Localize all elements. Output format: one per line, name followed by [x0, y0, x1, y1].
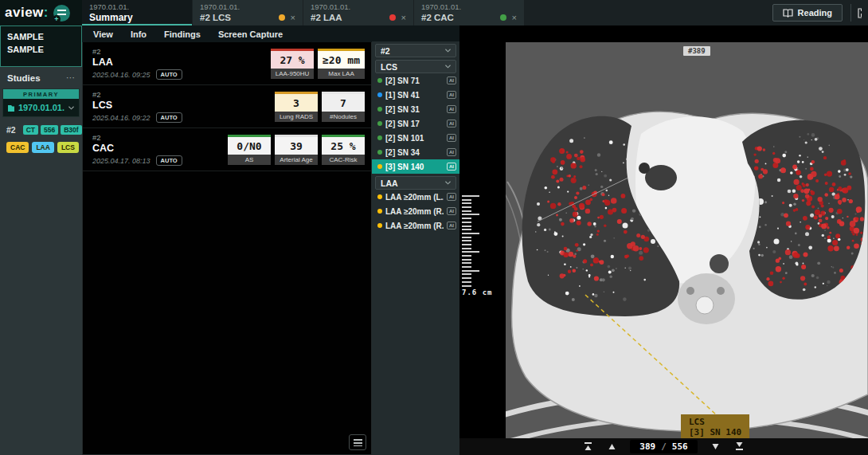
- aview-application: aview: 1970.01.01. Summary 1970.01.01. #…: [0, 0, 868, 455]
- patient-tab[interactable]: 1970.01.01. #2 CAC ×: [414, 0, 524, 25]
- summary-cards: #2 LAA 2025.04.16. 09:25 AUTO 27 % LAA-9…: [83, 42, 371, 171]
- finding-list-item[interactable]: [2] SN 101 AI: [372, 131, 459, 145]
- finding-list-item[interactable]: [1] SN 41 AI: [372, 88, 459, 102]
- finding-list-item[interactable]: [2] SN 17 AI: [372, 116, 459, 131]
- ai-badge: AI: [447, 163, 456, 171]
- tag-laa[interactable]: LAA: [32, 142, 53, 153]
- tab-status-dot: [389, 14, 396, 21]
- finding-status-dot: [377, 78, 382, 83]
- main-area: SAMPLE SAMPLE Studies ⋯ PRIMARY 1970.01.…: [0, 25, 868, 455]
- finding-status-dot: [377, 194, 382, 199]
- metric-value: 27 %: [271, 49, 314, 69]
- metric-label: CAC-Risk: [322, 155, 365, 165]
- next-slice-button[interactable]: [710, 441, 721, 453]
- card-series-id: #2: [92, 47, 271, 57]
- finding-label: [2] SN 71: [385, 76, 444, 85]
- finding-list-item[interactable]: [3] SN 140 AI: [372, 159, 459, 174]
- annotation-id: [3] SN 140: [689, 427, 741, 437]
- tag-lcs[interactable]: LCS: [57, 142, 79, 153]
- auto-badge: AUTO: [156, 112, 182, 123]
- finding-label: [1] SN 41: [385, 91, 444, 100]
- metric-value: 39: [275, 135, 318, 155]
- series-modality-tag: CT: [23, 125, 38, 135]
- finding-label: LAA ≥20mm (L...: [385, 193, 444, 202]
- chevron-down-icon: [445, 48, 451, 53]
- summary-card[interactable]: #2 CAC 2025.04.17. 08:13 AUTO 0/N0 AS 39…: [83, 128, 371, 171]
- tab-date: 1970.01.01.: [89, 2, 185, 12]
- tab-label: #2 LCS: [200, 12, 279, 23]
- finding-label: [2] SN 17: [385, 120, 444, 128]
- scale-ruler: [462, 195, 486, 288]
- studies-header: Studies ⋯: [0, 67, 82, 87]
- finding-status-dot: [377, 121, 382, 126]
- finding-list-item[interactable]: [2] SN 31 AI: [372, 102, 459, 116]
- patient-tab[interactable]: 1970.01.01. #2 LAA ×: [303, 0, 413, 25]
- app-logo-text: aview:: [5, 5, 49, 21]
- finding-status-dot: [377, 223, 382, 228]
- patient-id: SAMPLE: [7, 43, 75, 56]
- menu-view[interactable]: View: [93, 29, 113, 39]
- finding-label: [3] SN 140: [385, 163, 444, 171]
- finding-status-dot: [377, 92, 382, 97]
- card-analysis-name: LCS: [92, 100, 275, 111]
- finding-list-item[interactable]: LAA ≥20mm (R... AI: [372, 204, 459, 218]
- metric-tile: 7 #Nodules: [322, 92, 365, 122]
- summary-panel: #2 LAA 2025.04.16. 09:25 AUTO 27 % LAA-9…: [82, 42, 372, 455]
- study-date-row[interactable]: 1970.01.01.: [3, 99, 79, 116]
- summary-menubar: View Info Findings Screen Capture: [82, 25, 372, 42]
- menu-findings[interactable]: Findings: [164, 29, 201, 39]
- metric-label: AS: [228, 155, 271, 165]
- book-icon: [783, 9, 793, 18]
- folder-icon: [8, 104, 14, 112]
- previous-slice-button[interactable]: [606, 441, 617, 453]
- series-kernel-tag: B30f: [61, 125, 81, 135]
- metric-value: ≥20 mm: [318, 49, 365, 69]
- patient-tab[interactable]: 1970.01.01. Summary: [82, 0, 192, 25]
- metric-label: Arterial Age: [275, 155, 318, 165]
- finding-list-item[interactable]: LAA ≥20mm (R... AI: [372, 218, 459, 233]
- ai-badge: AI: [447, 76, 456, 84]
- series-select[interactable]: #2: [375, 44, 456, 57]
- series-row[interactable]: #2 CT 556 B30f: [0, 117, 82, 137]
- card-analysis-name: CAC: [92, 143, 228, 154]
- slice-navigation-bar: 389 / 556: [459, 438, 868, 455]
- reading-button[interactable]: Reading: [772, 4, 843, 22]
- top-bar-actions: Reading: [772, 0, 868, 25]
- finding-list-item[interactable]: [2] SN 71 AI: [372, 73, 459, 88]
- current-slice: 389: [639, 441, 655, 452]
- metric-tile: 0/N0 AS: [228, 135, 271, 165]
- menu-screen-capture[interactable]: Screen Capture: [218, 29, 283, 39]
- first-slice-button[interactable]: [582, 441, 593, 453]
- summary-list-button[interactable]: [349, 434, 366, 450]
- save-icon: [858, 8, 862, 18]
- ai-badge: AI: [447, 193, 456, 201]
- summary-card[interactable]: #2 LAA 2025.04.16. 09:25 AUTO 27 % LAA-9…: [83, 42, 371, 85]
- finding-label: [2] SN 34: [385, 148, 444, 157]
- studies-menu-icon[interactable]: ⋯: [66, 73, 75, 83]
- last-slice-button[interactable]: [734, 441, 745, 453]
- laa-group-select[interactable]: LAA: [375, 176, 456, 190]
- tab-close-icon[interactable]: ×: [512, 14, 517, 22]
- app-logo: aview:: [0, 0, 82, 25]
- finding-list-item[interactable]: [2] SN 34 AI: [372, 145, 459, 159]
- tag-cac[interactable]: CAC: [6, 142, 29, 153]
- menu-info[interactable]: Info: [131, 29, 147, 39]
- summary-card[interactable]: #2 LCS 2025.04.16. 09:22 AUTO 3 Lung RAD…: [83, 85, 371, 128]
- chevron-down-icon: [445, 64, 451, 69]
- ruler-scale-label: 7.6 cm: [462, 288, 493, 296]
- finding-list-item[interactable]: LAA ≥20mm (L... AI: [372, 190, 459, 204]
- chevron-down-icon: [445, 180, 451, 186]
- card-analysis-name: LAA: [92, 57, 271, 68]
- patient-tab[interactable]: 1970.01.01. #2 LCS ×: [193, 0, 303, 25]
- save-button[interactable]: [850, 4, 862, 22]
- ai-badge: AI: [447, 148, 456, 156]
- tab-close-icon[interactable]: ×: [401, 14, 406, 22]
- metric-label: Max LAA: [318, 69, 365, 79]
- metric-label: #Nodules: [322, 112, 365, 122]
- findings-panel-top: [372, 25, 459, 41]
- tab-close-icon[interactable]: ×: [291, 14, 295, 22]
- tab-status-dot: [500, 14, 506, 21]
- ct-axial-image[interactable]: [506, 42, 868, 438]
- metric-tile: 27 % LAA-950HU: [271, 49, 314, 79]
- lcs-group-select[interactable]: LCS: [375, 60, 456, 73]
